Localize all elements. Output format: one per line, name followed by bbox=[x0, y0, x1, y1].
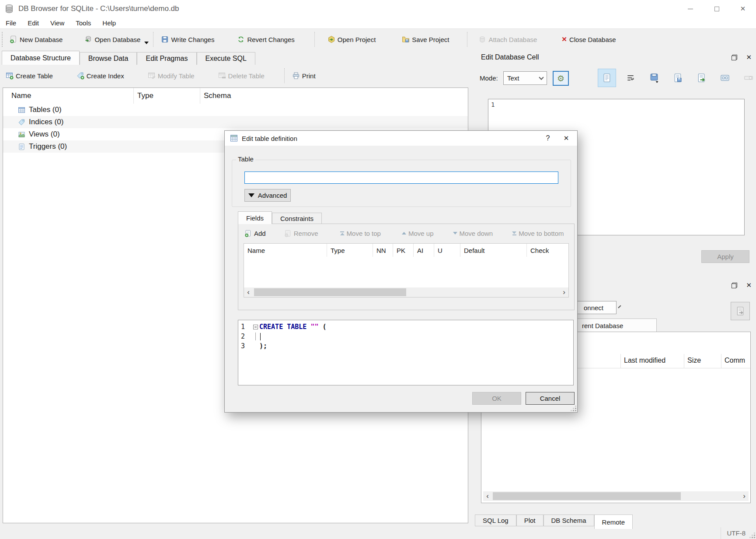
tab-browse-data[interactable]: Browse Data bbox=[80, 52, 137, 65]
col-check[interactable]: Check bbox=[527, 244, 568, 257]
ok-button[interactable]: OK bbox=[472, 392, 521, 405]
write-changes-button[interactable]: Write Changes bbox=[156, 30, 219, 49]
main-tab-bar: Database Structure Browse Data Edit Prag… bbox=[2, 51, 474, 65]
scroll-right-icon[interactable]: › bbox=[560, 288, 568, 297]
remote-current-database-tab[interactable]: rent Database bbox=[564, 318, 657, 332]
remote-connect-label: onnect bbox=[584, 304, 603, 312]
code-fold-icon[interactable] bbox=[253, 325, 258, 329]
tree-item-indices[interactable]: Indices (0) bbox=[3, 116, 468, 128]
mode-select[interactable]: Text bbox=[503, 71, 547, 85]
add-field-button[interactable]: Add bbox=[244, 230, 266, 237]
col-nn[interactable]: NN bbox=[373, 244, 393, 257]
advanced-toggle-button[interactable]: Advanced bbox=[244, 189, 291, 202]
tab-execute-sql[interactable]: Execute SQL bbox=[197, 52, 255, 65]
remote-horizontal-scrollbar[interactable]: ‹ › bbox=[483, 491, 749, 501]
fields-horizontal-scrollbar[interactable]: ‹ › bbox=[244, 287, 568, 297]
dialog-resize-grip[interactable] bbox=[571, 406, 576, 411]
menu-file[interactable]: File bbox=[0, 19, 22, 27]
tab-edit-pragmas[interactable]: Edit Pragmas bbox=[137, 52, 196, 65]
minimize-button[interactable] bbox=[677, 0, 704, 18]
word-wrap-button[interactable] bbox=[621, 69, 640, 87]
print-label: Print bbox=[302, 72, 316, 80]
maximize-button[interactable] bbox=[704, 0, 730, 18]
modify-table-button[interactable]: Modify Table bbox=[143, 66, 199, 85]
tree-column-type[interactable]: Type bbox=[134, 88, 200, 104]
col-name[interactable]: Name bbox=[244, 244, 327, 257]
scroll-right-icon[interactable]: › bbox=[740, 492, 749, 500]
link-data-button[interactable] bbox=[716, 69, 734, 87]
table-name-input[interactable] bbox=[244, 172, 558, 184]
create-table-button[interactable]: Create Table bbox=[1, 66, 58, 85]
open-database-dropdown-icon[interactable] bbox=[144, 42, 149, 44]
export-button[interactable] bbox=[669, 69, 687, 87]
toolbar-drag-handle[interactable] bbox=[2, 32, 3, 47]
tab-database-structure[interactable]: Database Structure bbox=[2, 51, 80, 65]
table-definition-icon bbox=[230, 134, 238, 142]
menu-tools[interactable]: Tools bbox=[70, 19, 97, 27]
sql-close-paren: ); bbox=[259, 342, 267, 350]
scroll-left-icon[interactable]: ‹ bbox=[244, 288, 253, 297]
move-up-button[interactable]: Move up bbox=[402, 230, 434, 237]
scrollbar-thumb[interactable] bbox=[254, 288, 406, 296]
save-project-button[interactable]: Save Project bbox=[397, 30, 454, 49]
column-separator bbox=[620, 354, 621, 368]
menu-view[interactable]: View bbox=[45, 19, 70, 27]
word-wrap-icon bbox=[626, 74, 635, 82]
set-null-button[interactable] bbox=[739, 69, 756, 87]
attach-database-button[interactable]: Attach Database bbox=[474, 30, 542, 49]
new-database-button[interactable]: New Database bbox=[5, 30, 67, 49]
new-database-label: New Database bbox=[20, 36, 63, 43]
text-view-button[interactable] bbox=[598, 69, 616, 87]
cancel-button[interactable]: Cancel bbox=[526, 392, 575, 405]
tab-sql-log[interactable]: SQL Log bbox=[475, 514, 516, 526]
float-panel-icon[interactable] bbox=[732, 283, 737, 288]
move-to-top-button[interactable]: Move to top bbox=[340, 230, 381, 237]
structure-toolbar: Create Table Create Index Modify Table D… bbox=[0, 65, 474, 87]
tab-plot[interactable]: Plot bbox=[516, 514, 543, 526]
print-button[interactable]: Print bbox=[287, 66, 321, 85]
menu-help[interactable]: Help bbox=[97, 19, 122, 27]
scrollbar-thumb[interactable] bbox=[493, 492, 681, 500]
col-u[interactable]: U bbox=[434, 244, 460, 257]
col-type[interactable]: Type bbox=[327, 244, 373, 257]
add-icon bbox=[244, 230, 252, 237]
save-project-label: Save Project bbox=[412, 36, 449, 43]
tree-item-tables[interactable]: Tables (0) bbox=[3, 104, 468, 116]
open-project-button[interactable]: Open Project bbox=[323, 30, 381, 49]
close-panel-icon[interactable] bbox=[746, 281, 752, 289]
dialog-help-button[interactable]: ? bbox=[539, 131, 557, 146]
remote-column-size[interactable]: Size bbox=[687, 357, 701, 364]
edit-cell-panel-header: Edit Database Cell bbox=[477, 50, 756, 65]
revert-changes-button[interactable]: Revert Changes bbox=[232, 30, 299, 49]
float-panel-icon[interactable] bbox=[732, 55, 737, 60]
col-pk[interactable]: PK bbox=[393, 244, 414, 257]
apply-button[interactable]: Apply bbox=[701, 250, 749, 263]
remote-column-commit[interactable]: Comm bbox=[725, 357, 745, 364]
delete-table-button[interactable]: Delete Table bbox=[213, 66, 269, 85]
import-button[interactable] bbox=[645, 69, 663, 87]
cell-settings-button[interactable] bbox=[553, 71, 569, 86]
dialog-close-button[interactable] bbox=[557, 131, 575, 146]
col-ai[interactable]: AI bbox=[414, 244, 434, 257]
open-external-button[interactable] bbox=[692, 69, 711, 87]
col-default[interactable]: Default bbox=[460, 244, 527, 257]
open-database-button[interactable]: Open Database bbox=[80, 30, 145, 49]
clone-database-button[interactable] bbox=[731, 302, 750, 320]
tab-fields[interactable]: Fields bbox=[238, 211, 272, 224]
create-index-button[interactable]: Create Index bbox=[72, 66, 129, 85]
tree-column-name[interactable]: Name bbox=[3, 88, 134, 104]
menu-edit[interactable]: Edit bbox=[22, 19, 45, 27]
scroll-left-icon[interactable]: ‹ bbox=[483, 492, 492, 500]
attach-database-icon bbox=[478, 35, 486, 43]
tree-column-schema[interactable]: Schema bbox=[200, 88, 468, 104]
tab-constraints[interactable]: Constraints bbox=[272, 213, 322, 224]
window-resize-grip[interactable] bbox=[750, 533, 755, 538]
close-panel-icon[interactable] bbox=[746, 53, 752, 61]
move-to-bottom-button[interactable]: Move to bottom bbox=[512, 230, 564, 237]
remove-field-button[interactable]: Remove bbox=[284, 230, 318, 237]
close-button[interactable] bbox=[730, 0, 756, 18]
close-database-button[interactable]: Close Database bbox=[557, 30, 620, 49]
tab-db-schema[interactable]: DB Schema bbox=[543, 514, 594, 526]
move-down-button[interactable]: Move down bbox=[453, 230, 493, 237]
remote-column-last-modified[interactable]: Last modified bbox=[624, 357, 665, 364]
